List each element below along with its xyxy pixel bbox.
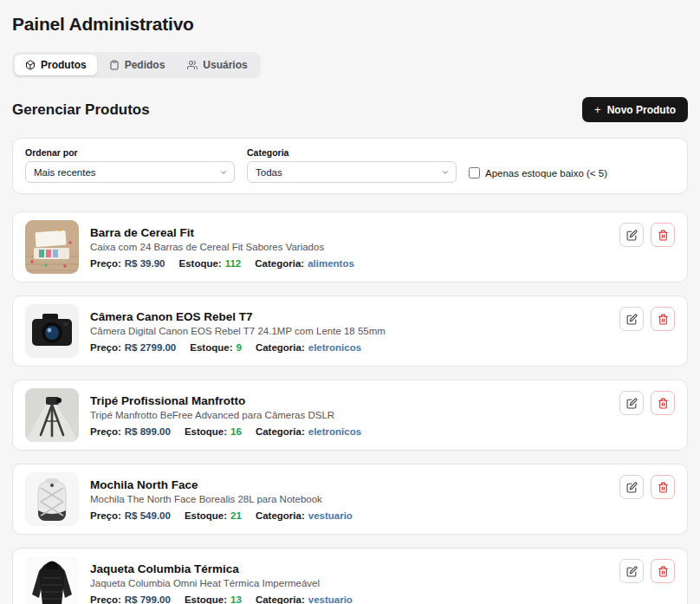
product-card: Câmera Canon EOS Rebel T7 Câmera Digital… [12, 296, 688, 367]
sort-label: Ordenar por [25, 147, 235, 158]
delete-product-button[interactable] [651, 475, 675, 499]
category-label: Categoria: [256, 426, 305, 437]
page-title: Painel Administrativo [12, 14, 688, 35]
product-image [25, 304, 79, 358]
plus-icon: + [594, 104, 601, 115]
stock-label: Estoque: [178, 258, 221, 269]
delete-product-button[interactable] [651, 559, 675, 583]
edit-icon [626, 566, 638, 577]
category-label: Categoria: [256, 594, 305, 604]
low-stock-label[interactable]: Apenas estoque baixo (< 5) [485, 168, 607, 179]
edit-product-button[interactable] [619, 223, 644, 247]
sort-select[interactable]: Mais recentes [25, 161, 235, 183]
delete-product-button[interactable] [651, 307, 675, 331]
price-label: Preço: [90, 342, 121, 353]
product-name: Jaqueta Columbia Térmica [90, 562, 608, 575]
trash-icon [658, 566, 669, 577]
product-description: Caixa com 24 Barras de Cereal Fit Sabore… [90, 242, 608, 252]
users-icon [187, 60, 198, 70]
product-meta: Preço: R$ 799.00 Estoque: 13 Categoria: … [90, 594, 608, 604]
edit-icon [626, 230, 638, 241]
price-value: R$ 799.00 [125, 594, 171, 604]
price-value: R$ 2799.00 [125, 342, 176, 353]
stock-label: Estoque: [185, 594, 227, 604]
section-header: Gerenciar Produtos + Novo Produto [12, 97, 688, 122]
delete-product-button[interactable] [651, 391, 675, 415]
category-label: Categoria [247, 147, 457, 158]
product-name: Tripé Profissional Manfrotto [90, 394, 608, 407]
stock-value: 112 [225, 258, 242, 269]
stock-label: Estoque: [185, 510, 227, 521]
product-image [25, 556, 79, 604]
stock-label: Estoque: [190, 342, 232, 353]
trash-icon [658, 398, 669, 409]
category-value: eletronicos [308, 426, 361, 437]
clipboard-icon [109, 60, 120, 70]
delete-product-button[interactable] [651, 223, 675, 247]
trash-icon [658, 482, 669, 493]
category-value: eletronicos [308, 342, 361, 353]
product-description: Jaqueta Columbia Omni Heat Térmica Imper… [90, 578, 608, 588]
trash-icon [658, 314, 669, 325]
price-label: Preço: [90, 426, 121, 437]
category-label: Categoria: [256, 510, 305, 521]
low-stock-checkbox[interactable] [469, 167, 480, 179]
price-label: Preço: [90, 258, 121, 269]
stock-value: 13 [230, 594, 242, 604]
product-card: Jaqueta Columbia Térmica Jaqueta Columbi… [12, 548, 688, 604]
sort-field: Ordenar por Mais recentes [25, 147, 235, 183]
package-icon [25, 60, 36, 70]
product-name: Mochila North Face [90, 478, 608, 491]
admin-panel: Painel Administrativo Produtos Pedidos U… [0, 0, 700, 604]
category-value: vestuario [308, 594, 353, 604]
price-label: Preço: [90, 594, 121, 604]
price-value: R$ 899.00 [125, 426, 171, 437]
product-meta: Preço: R$ 549.00 Estoque: 21 Categoria: … [90, 510, 608, 521]
product-meta: Preço: R$ 899.00 Estoque: 16 Categoria: … [90, 426, 608, 437]
edit-product-button[interactable] [619, 559, 644, 583]
product-description: Tripé Manfrotto BeFree Advanced para Câm… [90, 410, 608, 420]
low-stock-filter: Apenas estoque baixo (< 5) [469, 167, 607, 183]
price-value: R$ 549.00 [125, 510, 171, 521]
category-value: vestuario [308, 510, 353, 521]
tab-pedidos[interactable]: Pedidos [99, 55, 176, 75]
category-select[interactable]: Todas [247, 161, 457, 183]
edit-product-button[interactable] [619, 475, 644, 499]
edit-product-button[interactable] [619, 391, 644, 415]
category-label: Categoria: [255, 258, 304, 269]
tab-label: Pedidos [125, 60, 165, 70]
new-product-label: Novo Produto [607, 105, 676, 115]
edit-icon [626, 398, 638, 409]
product-image [25, 220, 79, 274]
stock-value: 21 [230, 510, 242, 521]
stock-label: Estoque: [185, 426, 227, 437]
product-description: Mochila The North Face Borealis 28L para… [90, 494, 608, 504]
tab-produtos[interactable]: Produtos [15, 55, 97, 75]
category-field: Categoria Todas [247, 147, 457, 183]
new-product-button[interactable]: + Novo Produto [582, 97, 688, 122]
tab-label: Produtos [41, 60, 87, 70]
product-meta: Preço: R$ 2799.00 Estoque: 9 Categoria: … [90, 342, 608, 353]
category-value: alimentos [308, 258, 354, 269]
edit-product-button[interactable] [619, 307, 644, 331]
product-card: Barra de Cereal Fit Caixa com 24 Barras … [12, 211, 688, 283]
tab-usuarios[interactable]: Usuários [177, 55, 257, 75]
product-name: Câmera Canon EOS Rebel T7 [90, 310, 608, 323]
trash-icon [658, 230, 669, 241]
stock-value: 9 [236, 342, 241, 353]
stock-value: 16 [230, 426, 242, 437]
tab-bar: Produtos Pedidos Usuários [12, 52, 261, 78]
product-image [25, 388, 79, 442]
product-meta: Preço: R$ 39.90 Estoque: 112 Categoria: … [90, 258, 608, 269]
edit-icon [626, 482, 638, 493]
filter-card: Ordenar por Mais recentes Categoria Toda… [12, 138, 688, 194]
tab-label: Usuários [203, 60, 247, 70]
category-label: Categoria: [256, 342, 305, 353]
product-list: Barra de Cereal Fit Caixa com 24 Barras … [12, 211, 688, 604]
product-description: Câmera Digital Canon EOS Rebel T7 24.1MP… [90, 326, 608, 336]
edit-icon [626, 314, 638, 325]
product-card: Tripé Profissional Manfrotto Tripé Manfr… [12, 380, 688, 451]
product-name: Barra de Cereal Fit [90, 226, 608, 239]
price-value: R$ 39.90 [125, 258, 165, 269]
section-title: Gerenciar Produtos [12, 101, 150, 119]
